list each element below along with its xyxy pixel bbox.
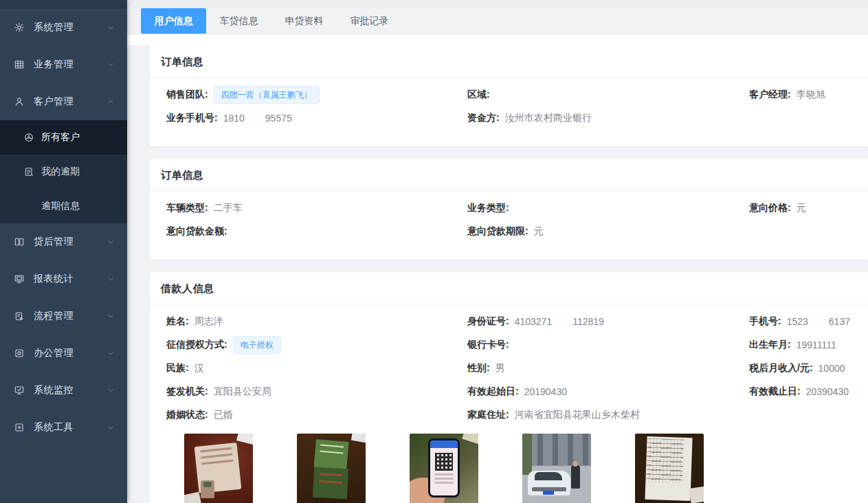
field-label: 区域:: [467, 89, 490, 101]
sidebar-item-4[interactable]: 报表统计: [0, 260, 127, 298]
attachment-4: 其他材料: [635, 434, 704, 503]
user-icon: [14, 96, 25, 107]
field-row: 意向贷款金额:意向贷款期限:元: [166, 220, 868, 243]
sidebar-item-2[interactable]: 客户管理: [0, 83, 127, 120]
field-cell: 意向价格:元: [749, 202, 868, 214]
card-header: 借款人信息: [150, 272, 868, 304]
field-label: 身份证号:: [467, 315, 509, 328]
sidebar: 系统管理业务管理客户管理所有客户我的逾期逾期信息贷后管理报表统计流程管理办公管理…: [0, 0, 127, 503]
field-row: 签发机关:宜阳县公安局有效起始日:20190430有效截止日:20390430: [166, 380, 868, 403]
field-cell: 客户经理:李晓旭: [749, 89, 868, 101]
field-value-redacted: 181095575: [223, 113, 292, 124]
sidebar-subitem-label: 所有客户: [41, 131, 80, 144]
card-1: 订单信息车辆类型:二手车业务类型:意向价格:元意向贷款金额:意向贷款期限:元: [150, 159, 868, 260]
field-row: 销售团队:四团一营（直属王鹏飞）区域:客户经理:李晓旭: [166, 83, 868, 107]
postloan-icon: [14, 236, 25, 247]
field-cell: 婚姻状态:已婚: [166, 409, 467, 421]
sidebar-item-1[interactable]: 业务管理: [0, 46, 127, 83]
paper-shape: [645, 436, 692, 501]
overdue-icon: [23, 166, 34, 177]
tab-bar: 用户信息车贷信息申贷资料审批记录: [127, 8, 868, 34]
chevron-down-icon: [107, 23, 115, 32]
attachments-strip: 人车照驾驶证副页授权截图人车照其他材料: [184, 434, 868, 503]
field-cell: 手机号:15236137: [749, 315, 868, 328]
field-value: 男: [496, 362, 505, 375]
field-row: 民族:汉性别:男税后月收入/元:10000: [166, 357, 868, 380]
sidebar-item-3[interactable]: 贷后管理: [0, 223, 127, 260]
field-cell: 姓名:周志洋: [166, 315, 467, 328]
phone-qr-photo[interactable]: [410, 434, 478, 503]
car-person-photo[interactable]: [522, 434, 591, 503]
field-value: 20390430: [806, 386, 849, 397]
field-row: 车辆类型:二手车业务类型:意向价格:元: [166, 197, 868, 220]
chevron-down-icon: [107, 386, 115, 394]
field-cell: 意向贷款期限:元: [467, 225, 749, 238]
tab-bar-lower-band: [127, 34, 868, 45]
field-label: 银行卡号:: [467, 339, 509, 351]
tab-2[interactable]: 申贷资料: [271, 8, 337, 34]
sidebar-item-5[interactable]: 流程管理: [0, 298, 127, 335]
field-cell: 税后月收入/元:10000: [749, 362, 868, 375]
field-value: 元: [797, 202, 806, 214]
tools-icon: [14, 422, 25, 433]
field-row: 婚姻状态:已婚家庭住址:河南省宜阳县花果山乡木柴村: [166, 403, 868, 427]
sidebar-item-0[interactable]: 系统管理: [0, 9, 127, 46]
card-title: 订单信息: [161, 56, 203, 67]
sidebar-subitem-label: 我的逾期: [41, 166, 80, 178]
sidebar-subitem-2[interactable]: 逾期信息: [0, 189, 127, 223]
sidebar-subitem-0[interactable]: 所有客户: [0, 120, 127, 155]
sidebar-item-7[interactable]: 系统监控: [0, 372, 127, 409]
field-label: 意向价格:: [749, 202, 791, 214]
field-value: 宜阳县公安局: [214, 385, 271, 398]
field-row: 业务手机号:181095575资金方:汝州市农村商业银行: [166, 107, 868, 130]
attachment-3: 人车照: [522, 434, 591, 503]
field-label: 出生年月:: [749, 339, 791, 351]
monitor-icon: [14, 385, 25, 396]
green-booklet-photo[interactable]: [297, 434, 366, 503]
booklet-top: [313, 439, 348, 471]
card-header: 订单信息: [150, 159, 868, 191]
tab-3[interactable]: 审批记录: [337, 8, 402, 34]
field-label: 征信授权方式:: [166, 339, 227, 351]
tab-0[interactable]: 用户信息: [141, 8, 206, 34]
paper-doc-photo[interactable]: [635, 434, 704, 503]
sidebar-item-label: 流程管理: [34, 310, 107, 322]
attachment-1: 驾驶证副页: [297, 434, 366, 503]
sidebar-item-8[interactable]: 系统工具: [0, 409, 127, 446]
person-shape: [571, 465, 580, 489]
sidebar-item-label: 系统工具: [34, 421, 107, 434]
chevron-down-icon: [107, 238, 115, 246]
sidebar-subitem-1[interactable]: 我的逾期: [0, 155, 127, 189]
redaction-patch: [245, 113, 265, 124]
field-label: 婚姻状态:: [166, 409, 208, 421]
sidebar-menu: 系统管理业务管理客户管理所有客户我的逾期逾期信息贷后管理报表统计流程管理办公管理…: [0, 9, 127, 446]
sidebar-item-6[interactable]: 办公管理: [0, 335, 127, 372]
value-segment: 95575: [265, 113, 292, 124]
field-label: 税后月收入/元:: [749, 362, 813, 375]
sidebar-top-shade: [0, 0, 127, 9]
card-body: 车辆类型:二手车业务类型:意向价格:元意向贷款金额:意向贷款期限:元: [150, 191, 868, 260]
field-cell: 家庭住址:河南省宜阳县花果山乡木柴村: [467, 409, 749, 421]
field-label: 意向贷款期限:: [467, 225, 528, 238]
field-label: 民族:: [166, 362, 189, 375]
tab-1[interactable]: 车贷信息: [206, 8, 271, 34]
redaction-patch: [553, 317, 572, 327]
sidebar-item-label: 报表统计: [34, 273, 107, 285]
field-label: 有效截止日:: [749, 385, 801, 398]
field-value: 元: [534, 225, 544, 238]
field-cell: 销售团队:四团一营（直属王鹏飞）: [166, 86, 467, 104]
field-value: 19911111: [797, 339, 836, 350]
value-tag: 四团一营（直属王鹏飞）: [214, 86, 320, 104]
field-cell: 民族:汉: [166, 362, 467, 375]
card-0: 订单信息销售团队:四团一营（直属王鹏飞）区域:客户经理:李晓旭业务手机号:181…: [150, 45, 868, 146]
office-icon: [14, 348, 25, 359]
chevron-down-icon: [107, 98, 115, 106]
field-label: 手机号:: [749, 315, 781, 328]
phone-shape: [428, 438, 460, 498]
field-cell: 有效起始日:20190430: [467, 385, 749, 398]
field-value: 周志洋: [194, 315, 223, 328]
flow-icon: [14, 311, 25, 322]
id-card-photo[interactable]: [184, 434, 253, 503]
field-label: 意向贷款金额:: [166, 225, 227, 238]
attachment-2: 授权截图: [410, 434, 478, 503]
